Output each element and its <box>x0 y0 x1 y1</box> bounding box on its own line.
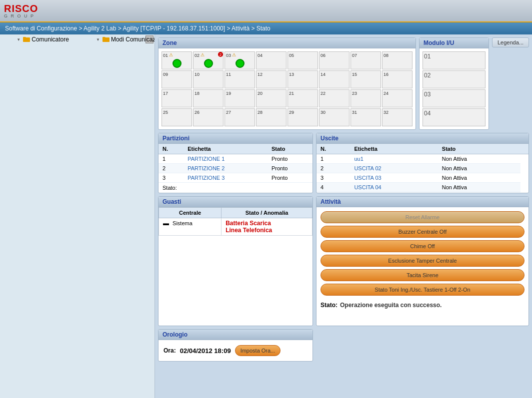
zone-cell-23[interactable]: 23 <box>350 89 381 107</box>
zone-cell-13[interactable]: 13 <box>288 70 318 88</box>
tacita-sirene-button[interactable]: Tacita Sirene <box>320 269 524 281</box>
zone-cell-19[interactable]: 19 <box>224 89 255 107</box>
zone-cell-08[interactable]: 08 <box>382 51 412 69</box>
zone-num-18: 18 <box>194 91 200 96</box>
sidebar-label-modi-comunicazione: Modi Comunicazione <box>111 36 155 43</box>
zone-num-01: 01 <box>162 53 168 58</box>
modulo-num-01: 01 <box>424 53 430 60</box>
zone-num-10: 10 <box>194 72 200 77</box>
zone-cell-26[interactable]: 26 <box>193 108 224 126</box>
expand-icon-comunicatore[interactable]: ▼ <box>16 36 22 42</box>
imposta-ora-button[interactable]: Imposta Ora... <box>235 345 281 356</box>
uscite-col-stato: Stato <box>438 144 520 154</box>
zone-cell-01[interactable]: 01⚠ <box>162 51 192 69</box>
attivita-stato-line: Stato: Operazione eseguita con successo. <box>316 300 528 311</box>
zone-num-24: 24 <box>382 91 388 96</box>
zone-cell-32[interactable]: 32 <box>382 108 412 126</box>
guasti-centrale: ▬ Sistema <box>159 218 222 236</box>
part-etichetta: PARTIZIONE 2 <box>184 164 268 173</box>
table-row[interactable]: 1 uu1 Non Attiva <box>316 154 528 164</box>
sidebar-close-button[interactable]: ✕▼🖥Software di Configurazione▼Agility 2 … <box>146 35 154 43</box>
zone-num-25: 25 <box>162 110 168 115</box>
partizioni-col-n: N. <box>158 144 184 154</box>
modulo-cell-04[interactable]: 04 <box>422 108 486 126</box>
zone-cell-28[interactable]: 28 <box>256 108 286 126</box>
sidebar-label-comunicatore: Comunicatore <box>32 36 69 43</box>
zone-cell-18[interactable]: 18 <box>193 89 224 107</box>
table-row[interactable]: 1 PARTIZIONE 1 Pronto <box>158 154 312 164</box>
usc-stato: Non Attiva <box>438 183 520 192</box>
sidebar-item-modi-comunicazione[interactable]: ▼Modi Comunicazione <box>71 34 155 44</box>
zone-cell-10[interactable]: 10 <box>193 70 224 88</box>
zone-cell-22[interactable]: 22 <box>319 89 350 107</box>
part-n: 1 <box>158 154 184 164</box>
guasti-expand[interactable]: ▬ <box>163 220 169 227</box>
zone-cell-09[interactable]: 09 <box>162 70 192 88</box>
zone-num-20: 20 <box>256 91 262 96</box>
zone-cell-02[interactable]: 02⚠2 <box>193 51 224 69</box>
zone-cell-20[interactable]: 20 <box>256 89 286 107</box>
uscite-table: N. Etichetta Stato 1 uu1 Non Attiva2 USC… <box>316 144 528 192</box>
table-row[interactable]: 2 USCITA 02 Non Attiva <box>316 164 528 173</box>
chime-off-button[interactable]: Chime Off <box>320 240 524 252</box>
zone-cell-12[interactable]: 12 <box>256 70 286 88</box>
zone-num-03: 03 <box>225 53 231 58</box>
zone-num-07: 07 <box>351 53 357 58</box>
zone-badge-02: 2 <box>218 52 223 57</box>
modulo-panel-header: Modulo I/U <box>420 38 488 48</box>
expand-icon-modi-comunicazione[interactable]: ▼ <box>95 36 101 42</box>
zone-indicator-02 <box>204 59 213 68</box>
usc-n: 2 <box>316 164 350 173</box>
zone-cell-31[interactable]: 31 <box>350 108 381 126</box>
zone-cell-25[interactable]: 25 <box>162 108 192 126</box>
attivita-stato-value: Operazione eseguita con successo. <box>340 302 442 309</box>
stato-toni-button[interactable]: Stato Toni Ing./Usc. Tastiere 1-Off 2-On <box>320 284 524 296</box>
zone-warning-icon-02: ⚠ <box>200 52 204 57</box>
table-row[interactable]: 3 USCITA 03 Non Attiva <box>316 173 528 183</box>
usc-etichetta: USCITA 03 <box>350 173 438 183</box>
orologio-panel-header: Orologio <box>158 330 312 340</box>
esclusione-tamper-button[interactable]: Esclusione Tamper Centrale <box>320 255 524 267</box>
zone-cell-15[interactable]: 15 <box>350 70 381 88</box>
table-row[interactable]: 3 PARTIZIONE 3 Pronto <box>158 173 312 183</box>
zone-cell-16[interactable]: 16 <box>382 70 412 88</box>
fault-item: Batteria Scarica <box>226 220 308 227</box>
modulo-cell-01[interactable]: 01 <box>422 51 486 69</box>
zone-num-16: 16 <box>382 72 388 77</box>
reset-allarme-button[interactable]: Reset Allarme <box>320 211 524 223</box>
modulo-cell-02[interactable]: 02 <box>422 70 486 88</box>
fault-item: Linea Telefonica <box>226 227 308 234</box>
table-row[interactable]: 2 PARTIZIONE 2 Pronto <box>158 164 312 173</box>
usc-n: 4 <box>316 183 350 192</box>
zone-cell-14[interactable]: 14 <box>319 70 350 88</box>
buzzer-centrale-button[interactable]: Buzzer Centrale Off <box>320 226 524 238</box>
table-row[interactable]: 4 USCITA 04 Non Attiva <box>316 183 528 192</box>
modulo-cell-03[interactable]: 03 <box>422 89 486 107</box>
zone-panel-header: Zone <box>158 38 416 48</box>
zone-num-02: 02 <box>194 53 200 58</box>
modulo-panel: Modulo I/U 01020304 <box>419 37 489 130</box>
zone-cell-04[interactable]: 04 <box>256 51 286 69</box>
attivita-panel: Attività Reset AllarmeBuzzer Centrale Of… <box>316 196 529 326</box>
uscite-col-etichetta: Etichetta <box>350 144 438 154</box>
zone-cell-27[interactable]: 27 <box>224 108 255 126</box>
sidebar-item-comunicatore[interactable]: ▼Comunicatore <box>0 34 71 44</box>
part-etichetta: PARTIZIONE 3 <box>184 173 268 183</box>
zone-cell-03[interactable]: 03⚠ <box>224 51 255 69</box>
zone-cell-21[interactable]: 21 <box>288 89 318 107</box>
zone-cell-24[interactable]: 24 <box>382 89 412 107</box>
zone-cell-29[interactable]: 29 <box>288 108 318 126</box>
zone-num-11: 11 <box>225 72 231 77</box>
zone-cell-05[interactable]: 05 <box>288 51 318 69</box>
legenda-button[interactable]: Legenda... <box>492 37 529 47</box>
zone-cell-07[interactable]: 07 <box>350 51 381 69</box>
zone-cell-11[interactable]: 11 <box>224 70 255 88</box>
table-row: ▬ Sistema Batteria ScaricaLinea Telefoni… <box>159 218 312 236</box>
guasti-table: Centrale Stato / Anomalia ▬ Sistema Batt… <box>158 207 312 236</box>
logo-group: G R O U P <box>4 13 34 18</box>
zone-num-08: 08 <box>382 53 388 58</box>
zone-cell-30[interactable]: 30 <box>319 108 350 126</box>
uscite-col-n: N. <box>316 144 350 154</box>
zone-cell-17[interactable]: 17 <box>162 89 192 107</box>
zone-cell-06[interactable]: 06 <box>319 51 350 69</box>
